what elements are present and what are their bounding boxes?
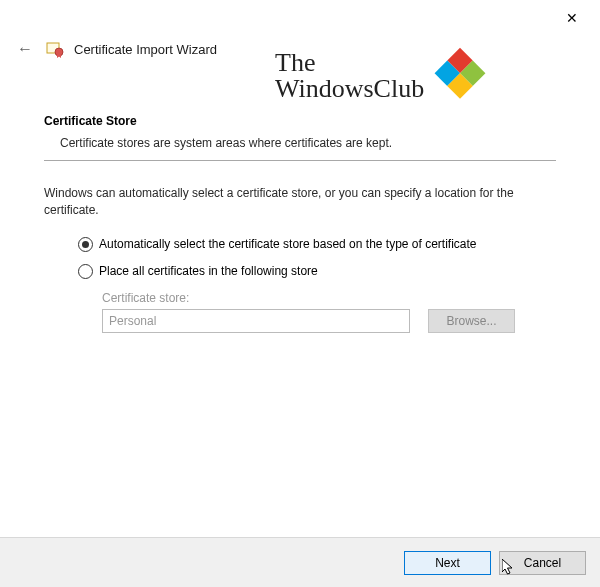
certificate-icon	[46, 40, 64, 58]
divider	[44, 160, 556, 161]
store-field-label: Certificate store:	[102, 291, 556, 305]
footer: Next Cancel	[0, 537, 600, 587]
svg-point-1	[55, 48, 63, 56]
header: ← Certificate Import Wizard	[0, 34, 600, 64]
certificate-store-input	[102, 309, 410, 333]
radio-icon	[78, 237, 93, 252]
store-input-row: Browse...	[102, 309, 556, 333]
radio-manual-select[interactable]: Place all certificates in the following …	[78, 264, 556, 279]
titlebar: ✕	[0, 0, 600, 34]
intro-text: Windows can automatically select a certi…	[44, 185, 556, 219]
close-icon: ✕	[566, 10, 578, 26]
radio-icon	[78, 264, 93, 279]
next-button[interactable]: Next	[404, 551, 491, 575]
radio-auto-select[interactable]: Automatically select the certificate sto…	[78, 237, 556, 252]
section-description: Certificate stores are system areas wher…	[44, 136, 556, 150]
section-heading: Certificate Store	[44, 114, 556, 128]
cancel-button[interactable]: Cancel	[499, 551, 586, 575]
content-area: Certificate Store Certificate stores are…	[0, 64, 600, 333]
back-arrow-icon: ←	[17, 40, 33, 58]
back-button[interactable]: ←	[14, 38, 36, 60]
close-button[interactable]: ✕	[552, 6, 592, 30]
radio-auto-label: Automatically select the certificate sto…	[99, 237, 477, 251]
radio-group: Automatically select the certificate sto…	[44, 237, 556, 279]
store-subsection: Certificate store: Browse...	[44, 291, 556, 333]
wizard-title: Certificate Import Wizard	[74, 42, 217, 57]
radio-manual-label: Place all certificates in the following …	[99, 264, 318, 278]
browse-button: Browse...	[428, 309, 515, 333]
